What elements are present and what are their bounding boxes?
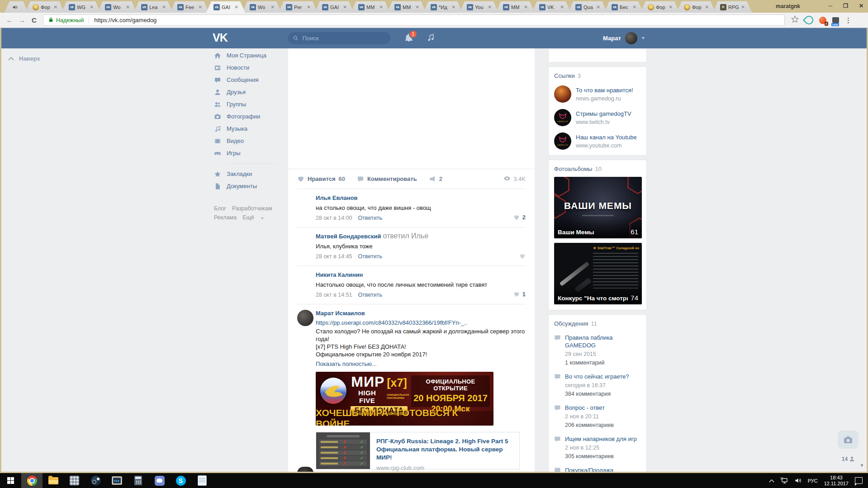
browser-tab[interactable]: ММ✕ <box>387 1 426 13</box>
taskbar-notepad[interactable] <box>191 473 213 488</box>
taskbar-explorer[interactable] <box>43 473 64 488</box>
browser-tab[interactable]: Фор✕ <box>640 1 679 13</box>
link-item[interactable]: GAMEDOG Наш канал на Youtubewww.youtube.… <box>554 133 641 150</box>
tab-close-icon[interactable]: ✕ <box>597 5 600 9</box>
module-title[interactable]: Ссылки3 <box>554 72 641 79</box>
sidebar-item-my-page[interactable]: Моя Страница <box>214 49 286 62</box>
tab-close-icon[interactable]: ✕ <box>54 5 57 9</box>
sidebar-item-news[interactable]: Новости <box>214 62 286 74</box>
footer-link-developers[interactable]: Разработчикам <box>232 205 272 212</box>
minimize-button[interactable]: ─ <box>829 3 833 9</box>
bookmark-star-icon[interactable] <box>791 15 799 25</box>
comment-like[interactable]: 1 <box>513 291 526 298</box>
maximize-button[interactable]: ❐ <box>843 3 848 9</box>
tab-close-icon[interactable]: ✕ <box>162 5 166 9</box>
tray-chevron-icon[interactable] <box>769 479 774 483</box>
footer-link-more[interactable]: Ещё <box>242 214 254 221</box>
back-button[interactable]: ← <box>4 16 16 25</box>
sidebar-item-messages[interactable]: Сообщения <box>214 74 286 86</box>
close-button[interactable]: ✕ <box>859 3 863 9</box>
browser-tab[interactable]: Lea✕ <box>134 1 173 13</box>
like-button[interactable]: Нравится60 <box>297 175 345 182</box>
comment-link[interactable]: https://pp.userapi.com/c840332/v84033236… <box>316 319 526 327</box>
sidebar-item-photos[interactable]: Фотографии <box>214 110 286 123</box>
module-title[interactable]: Обсуждения11 <box>554 320 641 327</box>
online-counter[interactable]: 14 <box>836 456 860 462</box>
browser-tab[interactable]: WG✕ <box>62 1 100 13</box>
link-item[interactable]: GAMEDOG Стримы gamedogTVwww.twitch.tv <box>554 109 641 126</box>
clock[interactable]: 18:43 12.11.2017 <box>824 475 849 487</box>
comment-author[interactable]: Марат Исмаилов <box>316 310 365 317</box>
extension-droplet-icon[interactable] <box>803 14 815 26</box>
comment-author[interactable]: Илья Евланов <box>316 194 358 201</box>
link-item[interactable]: То что вам нравится!news.gamedog.ru <box>554 85 641 103</box>
sidebar-item-video[interactable]: Видео <box>214 135 286 147</box>
tab-close-icon[interactable]: ✕ <box>235 5 238 9</box>
taskbar-steam[interactable] <box>85 473 106 488</box>
search-box[interactable] <box>288 32 390 44</box>
comment-button[interactable]: Комментировать <box>357 175 417 182</box>
link-title[interactable]: РПГ-Клуб Russia: Lineage 2. High Five Pa… <box>376 437 513 462</box>
tab-close-icon[interactable]: ✕ <box>416 5 419 9</box>
back-to-top[interactable]: Наверх <box>8 55 40 62</box>
sidebar-item-bookmarks[interactable]: Закладки <box>214 168 286 180</box>
reply-link[interactable]: Ответить <box>358 215 382 221</box>
volume-icon[interactable] <box>795 478 802 483</box>
sidebar-item-documents[interactable]: Документы <box>214 180 286 192</box>
tab-close-icon[interactable]: ✕ <box>560 5 564 9</box>
reload-button[interactable]: C <box>28 16 40 24</box>
comment-like[interactable] <box>519 253 526 259</box>
url-text[interactable]: https://vk.com/gamedog <box>94 17 157 24</box>
tab-close-icon[interactable]: ✕ <box>379 5 383 9</box>
extension-dark-icon[interactable]: new <box>832 17 839 23</box>
search-input[interactable] <box>302 34 385 42</box>
tab-close-icon[interactable]: ✕ <box>126 5 130 9</box>
photo-album[interactable]: ВАШИ МЕМЫ Ваши Мемы61 <box>554 177 642 238</box>
tab-close-icon[interactable]: ✕ <box>452 5 455 9</box>
photo-album[interactable]: ★ StatTrak™ Складной но Конкурс "На что … <box>554 243 642 304</box>
action-center-icon[interactable] <box>855 477 863 484</box>
camera-button[interactable] <box>838 431 859 449</box>
show-more-link[interactable]: Показать полностью... <box>316 360 526 367</box>
browser-tab-active[interactable]: GAI✕ <box>206 1 245 13</box>
avatar[interactable] <box>297 310 313 326</box>
browser-tab[interactable]: Wo✕ <box>242 1 281 13</box>
browser-tab[interactable]: Фор✕ <box>25 1 64 13</box>
tab-close-icon[interactable]: ✕ <box>199 5 202 9</box>
taskbar-skype[interactable]: S <box>170 473 191 488</box>
taskbar-calculator[interactable] <box>128 473 149 488</box>
tab-close-icon[interactable]: ✕ <box>669 5 673 9</box>
browser-tab[interactable]: Бес✕ <box>604 1 643 13</box>
share-button[interactable]: 2 <box>429 175 442 182</box>
link-preview-card[interactable]: ✗✓ ✗✓ ✗✓ ✗✓ ✗✓ РПГ-Клуб Russia: Lineage … <box>316 432 520 469</box>
browser-tab[interactable]: RPG✕ <box>713 1 752 13</box>
footer-link-blog[interactable]: Блог <box>214 205 226 212</box>
tab-close-icon[interactable]: ✕ <box>343 5 347 9</box>
browser-tab-audio[interactable] <box>5 1 28 13</box>
browser-tab[interactable]: Фор✕ <box>677 1 716 13</box>
attached-banner-image[interactable]: МИР[x7] HIGH FIVE ОФИЦИАЛЬНАЯПЛАТФОРМА Б… <box>316 372 493 426</box>
tab-close-icon[interactable]: ✕ <box>307 5 311 9</box>
tab-close-icon[interactable]: ✕ <box>90 5 94 9</box>
tab-close-icon[interactable]: ✕ <box>633 5 636 9</box>
reply-link[interactable]: Ответить <box>358 292 382 298</box>
forward-button[interactable]: → <box>16 16 28 25</box>
tab-close-icon[interactable]: ✕ <box>271 5 275 9</box>
user-menu[interactable]: Марат <box>603 32 645 44</box>
notifications-bell[interactable]: 1 <box>405 33 413 44</box>
taskbar-discord[interactable] <box>149 473 170 488</box>
module-title[interactable]: Фотоальбомы10 <box>554 166 641 172</box>
discussion-item[interactable]: Вопрос - ответ2 ноя в 20:11206 комментар… <box>554 404 641 428</box>
start-button[interactable] <box>0 473 21 488</box>
music-button[interactable] <box>427 33 434 43</box>
sidebar-item-games[interactable]: Игры <box>214 147 286 159</box>
browser-tab[interactable]: Per✕ <box>279 1 318 13</box>
browser-tab[interactable]: ММ✕ <box>351 1 390 13</box>
footer-link-ads[interactable]: Реклама <box>214 214 237 221</box>
taskbar-chrome[interactable] <box>21 473 43 488</box>
network-icon[interactable] <box>781 478 788 484</box>
discussion-item[interactable]: Правила паблика GAMEDOG29 сен 20151 комм… <box>554 334 641 366</box>
browser-tab[interactable]: Wo✕ <box>98 1 137 13</box>
comment-author[interactable]: Матвей Бондаревский <box>316 233 381 240</box>
tab-close-icon[interactable]: ✕ <box>524 5 528 9</box>
